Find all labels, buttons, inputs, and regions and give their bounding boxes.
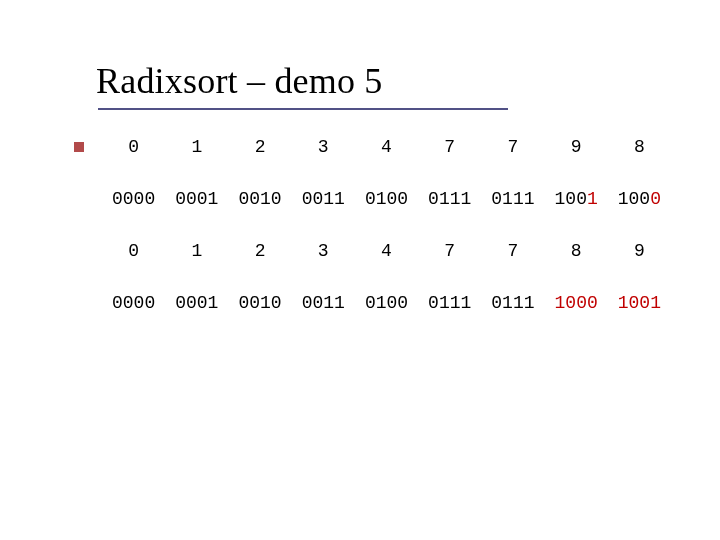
- cell: 1000: [608, 184, 671, 214]
- cell: 1: [165, 132, 228, 162]
- cell: 2: [228, 236, 291, 266]
- cell: 8: [608, 132, 671, 162]
- cell: 0010: [228, 184, 291, 214]
- cell-highlight: 1000: [555, 293, 598, 313]
- table-row: 0000 0001 0010 0011 0100 0111 0111 1001 …: [102, 184, 671, 214]
- cell: 0000: [102, 288, 165, 318]
- cell-prefix: 100: [555, 189, 587, 209]
- cell: 9: [545, 132, 608, 162]
- cell: 1001: [608, 288, 671, 318]
- cell: 3: [292, 132, 355, 162]
- cell: 0: [102, 236, 165, 266]
- table-row: 0 1 2 3 4 7 7 8 9: [102, 236, 671, 266]
- cell: 0111: [418, 184, 481, 214]
- cell: 7: [418, 236, 481, 266]
- radixsort-table: 0 1 2 3 4 7 7 9 8 0000 0001 0010 0011 01…: [102, 132, 671, 318]
- cell: 0100: [355, 184, 418, 214]
- cell: 7: [481, 236, 544, 266]
- cell: 7: [481, 132, 544, 162]
- bullet-icon: [74, 142, 84, 152]
- cell: 1: [165, 236, 228, 266]
- cell: 3: [292, 236, 355, 266]
- cell: 0111: [418, 288, 481, 318]
- title-underline: [98, 108, 508, 110]
- cell: 0001: [165, 288, 228, 318]
- table-row: 0 1 2 3 4 7 7 9 8: [102, 132, 671, 162]
- cell: 1000: [545, 288, 608, 318]
- cell: 4: [355, 236, 418, 266]
- cell: 0010: [228, 288, 291, 318]
- cell-highlight: 0: [650, 189, 661, 209]
- slide-title: Radixsort – demo 5: [96, 60, 720, 102]
- cell: 1001: [545, 184, 608, 214]
- table-row: 0000 0001 0010 0011 0100 0111 0111 1000 …: [102, 288, 671, 318]
- cell: 0100: [355, 288, 418, 318]
- cell: 4: [355, 132, 418, 162]
- slide: Radixsort – demo 5 0 1 2 3 4 7 7 9 8 000…: [0, 0, 720, 540]
- cell: 0: [102, 132, 165, 162]
- cell: 9: [608, 236, 671, 266]
- cell-highlight: 1001: [618, 293, 661, 313]
- cell: 7: [418, 132, 481, 162]
- cell: 0011: [292, 288, 355, 318]
- cell: 0111: [481, 288, 544, 318]
- cell-prefix: 100: [618, 189, 650, 209]
- content-block: 0 1 2 3 4 7 7 9 8 0000 0001 0010 0011 01…: [74, 132, 720, 318]
- cell: 0111: [481, 184, 544, 214]
- cell-highlight: 1: [587, 189, 598, 209]
- cell: 0011: [292, 184, 355, 214]
- cell: 2: [228, 132, 291, 162]
- cell: 8: [545, 236, 608, 266]
- cell: 0001: [165, 184, 228, 214]
- cell: 0000: [102, 184, 165, 214]
